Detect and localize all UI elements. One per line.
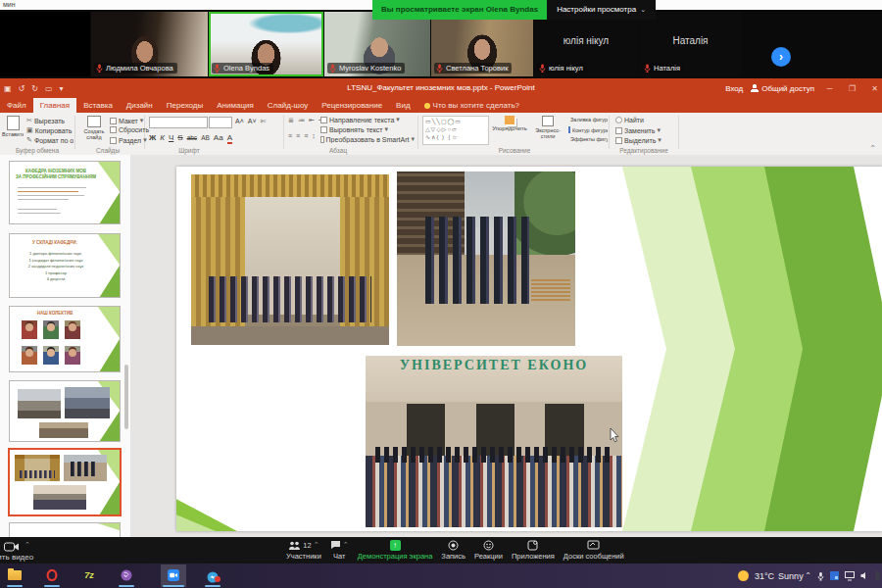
- cut-icon: ✂: [26, 117, 32, 124]
- video-options-chevron[interactable]: ⌃: [24, 541, 30, 549]
- participant-tile-natalia[interactable]: Наталія Наталія: [639, 12, 742, 76]
- tab-review[interactable]: Рецензирование: [315, 98, 389, 113]
- thumbnail-slide-4[interactable]: [9, 380, 121, 442]
- reactions-button[interactable]: Реакции: [474, 539, 503, 561]
- sign-in-button[interactable]: Вход: [725, 84, 743, 93]
- collapse-ribbon-button[interactable]: ⌃: [869, 144, 876, 153]
- layout-button[interactable]: Макет▾: [110, 117, 143, 124]
- format-painter-button[interactable]: ✎Формат по образцу: [26, 136, 74, 144]
- underline-button[interactable]: Ч: [169, 133, 173, 142]
- chevron-up-icon[interactable]: ⌃: [314, 541, 319, 549]
- tab-insert[interactable]: Вставка: [76, 98, 120, 113]
- paste-button[interactable]: Вставить: [2, 116, 24, 137]
- ribbon-tabs: Файл Главная Вставка Дизайн Переходы Ани…: [0, 98, 882, 113]
- stop-video-button[interactable]: Остановить видео: [0, 553, 33, 562]
- whiteboards-button[interactable]: Доски сообщений: [564, 539, 624, 561]
- chevron-up-icon[interactable]: ⌃: [343, 541, 349, 549]
- quick-styles-button[interactable]: Экспресс-стили: [531, 116, 564, 139]
- text-direction-button[interactable]: Направление текста▾: [320, 116, 400, 123]
- new-slide-button[interactable]: Создать слайд: [78, 116, 110, 140]
- section-button[interactable]: Раздел▾: [110, 136, 147, 144]
- slide-photo-outdoor-group[interactable]: [397, 172, 575, 346]
- taskbar-file-explorer[interactable]: [6, 567, 24, 583]
- font-size-combo[interactable]: [209, 117, 232, 128]
- font-grow-shrink[interactable]: А˄А˅✄: [235, 118, 266, 125]
- tray-volume-icon[interactable]: [860, 571, 869, 580]
- thumbnail-slide-2[interactable]: У СКЛАДІ КАФЕДРИ: 1 доктора філологічних…: [9, 233, 121, 298]
- align-text-button[interactable]: Выровнять текст▾: [320, 125, 388, 133]
- tray-app-icon[interactable]: [830, 571, 839, 580]
- tab-design[interactable]: Дизайн: [120, 98, 160, 113]
- tab-file[interactable]: Файл: [0, 98, 33, 113]
- close-button[interactable]: ✕: [867, 84, 882, 93]
- thumbnail-slide-1[interactable]: КАФЕДРА ІНОЗЕМНИХ МОВ ЗА ПРОФЕСІЙНИМ СПР…: [9, 161, 121, 224]
- shape-effects-button[interactable]: Эффекты фигуры: [568, 136, 608, 142]
- view-settings-button[interactable]: Настройки просмотра ⌄: [547, 0, 656, 20]
- clear-formatting-button[interactable]: abc: [187, 134, 197, 141]
- taskbar-weather[interactable]: 31°C Sunny: [755, 564, 804, 588]
- tray-mic-icon[interactable]: [817, 571, 824, 581]
- thumbnail-slide-6[interactable]: [9, 522, 121, 538]
- restore-button[interactable]: ❐: [845, 84, 859, 93]
- share-button[interactable]: Общий доступ: [751, 84, 814, 93]
- camera-icon[interactable]: [4, 542, 20, 552]
- thumbnail-scrollbar[interactable]: [124, 365, 128, 429]
- copy-button[interactable]: ▣Копировать: [26, 126, 72, 134]
- select-icon: [615, 137, 622, 144]
- taskbar-viber[interactable]: [118, 567, 135, 583]
- participants-button[interactable]: 12⌃ Участники: [286, 539, 321, 561]
- select-button[interactable]: Выделить▾: [615, 136, 662, 144]
- shapes-gallery[interactable]: ▭╲╲▢◯▭△▽◇▷○▱∿∧( )｛☆: [422, 116, 489, 145]
- font-name-combo[interactable]: [149, 117, 208, 128]
- tab-transitions[interactable]: Переходы: [160, 98, 211, 113]
- cut-button[interactable]: ✂Вырезать: [26, 117, 65, 124]
- thumb2-heading: У СКЛАДІ КАФЕДРИ:: [10, 240, 100, 245]
- record-button[interactable]: Запись: [441, 539, 466, 561]
- thumbnail-slide-3[interactable]: НАШ КОЛЕКТИВ: [9, 306, 121, 372]
- slide-photo-graduates[interactable]: УНІВЕРСИТЕТ ЕКОНО: [366, 356, 622, 527]
- participant-tile-myroslav[interactable]: Myroslav Kostenko: [324, 12, 430, 76]
- taskbar-7zip[interactable]: 7z: [80, 567, 98, 583]
- strikethrough-button[interactable]: S: [177, 133, 182, 142]
- shape-outline-button[interactable]: Контур фигуры: [568, 126, 608, 133]
- reactions-icon: [483, 540, 494, 551]
- list-buttons[interactable]: ≣≔⇤⇥: [288, 117, 324, 124]
- current-slide[interactable]: УНІВЕРСИТЕТ ЕКОНО: [176, 167, 882, 531]
- char-spacing-button[interactable]: АВ: [201, 134, 210, 141]
- tab-slideshow[interactable]: Слайд-шоу: [261, 98, 315, 113]
- change-case-button[interactable]: Аа: [214, 133, 223, 142]
- replace-button[interactable]: Заменить▾: [615, 126, 661, 134]
- taskbar-zoom[interactable]: [165, 567, 182, 583]
- thumbnail-slide-5-selected[interactable]: [8, 448, 122, 516]
- apps-button[interactable]: Приложения: [512, 539, 555, 561]
- arrange-button[interactable]: Упорядочить: [490, 116, 529, 131]
- tab-home[interactable]: Главная: [33, 98, 76, 113]
- bold-button[interactable]: Ж: [149, 133, 156, 142]
- titlebar-right: Вход Общий доступ ─ ❐ ✕: [725, 78, 882, 98]
- tab-view[interactable]: Вид: [389, 98, 416, 113]
- taskbar-opera[interactable]: [43, 567, 61, 583]
- participant-name: Olena Byndas: [223, 64, 270, 73]
- tray-chevron-icon[interactable]: ⌃: [805, 571, 811, 580]
- italic-button[interactable]: К: [160, 133, 165, 142]
- participant-tile-julia[interactable]: юлія нікул юлія нікул: [534, 12, 638, 76]
- smartart-button[interactable]: Преобразовать в SmartArt▾: [320, 135, 415, 143]
- font-color-button[interactable]: А: [227, 133, 232, 144]
- tab-animations[interactable]: Анимация: [210, 98, 261, 113]
- participant-tile-olena[interactable]: Olena Byndas: [209, 12, 323, 76]
- participant-tile-empty[interactable]: [0, 12, 90, 76]
- taskbar-messenger[interactable]: [204, 567, 221, 583]
- slide-photo-stage[interactable]: [191, 174, 389, 345]
- align-buttons[interactable]: ≡≡≡↕: [288, 132, 316, 139]
- shape-fill-button[interactable]: Заливка фигуры: [568, 117, 608, 122]
- share-screen-button[interactable]: ↑ Демонстрация экрана: [358, 539, 433, 561]
- tray-network-icon[interactable]: [845, 571, 855, 581]
- next-participants-button[interactable]: ›: [771, 47, 791, 67]
- participant-tile-svetlana[interactable]: Светлана Торовик: [431, 12, 533, 76]
- chat-button[interactable]: ⌃ Чат: [330, 539, 349, 561]
- minimize-button[interactable]: ─: [822, 84, 837, 93]
- reset-button[interactable]: Сбросить: [110, 126, 149, 133]
- participant-tile-ludmila[interactable]: Людмила Овчарова: [91, 12, 208, 76]
- find-button[interactable]: Найти: [615, 117, 644, 123]
- tell-me-box[interactable]: Что вы хотите сделать?: [417, 98, 526, 113]
